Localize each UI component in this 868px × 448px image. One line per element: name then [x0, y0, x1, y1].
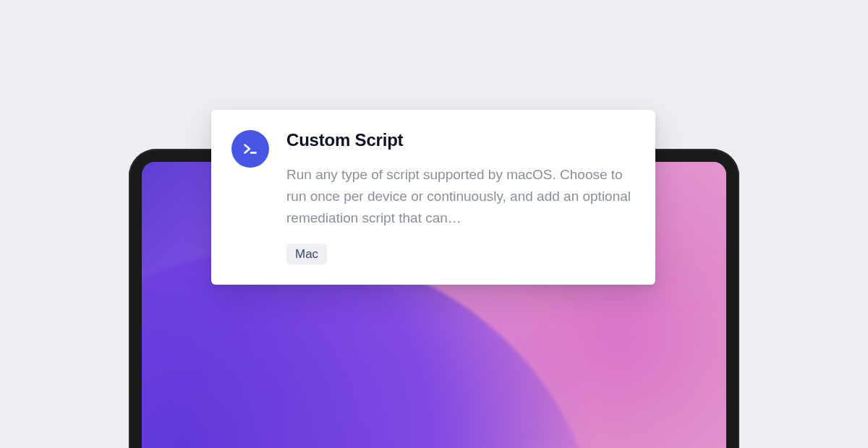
platform-tag-mac: Mac	[286, 244, 327, 264]
card-title: Custom Script	[286, 130, 634, 151]
card-description: Run any type of script supported by macO…	[286, 164, 634, 229]
card-body: Custom Script Run any type of script sup…	[286, 130, 634, 264]
terminal-icon	[231, 130, 269, 168]
custom-script-card[interactable]: Custom Script Run any type of script sup…	[211, 110, 655, 285]
